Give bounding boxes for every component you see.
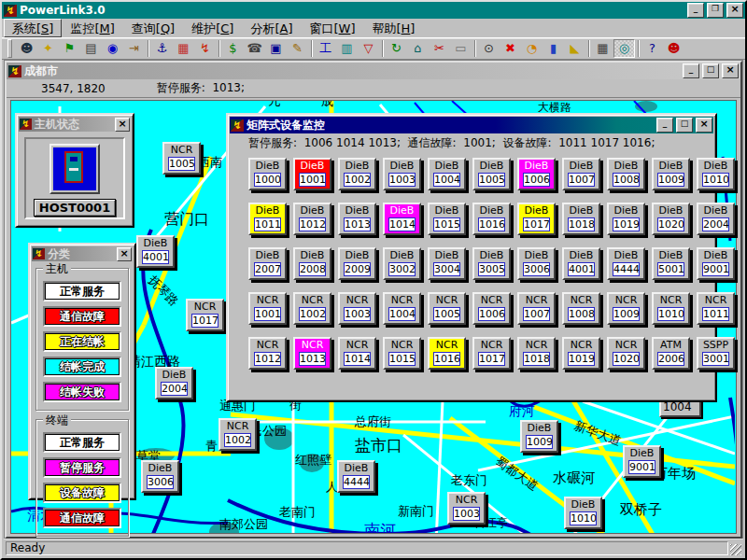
city-close-button[interactable]: × [722,63,739,78]
grid-device-DieB-1008[interactable]: DieB1008 [607,158,645,190]
city-window-title-bar[interactable]: ↯ 成都市 _ □ × [7,63,740,79]
minimize-button[interactable]: _ [687,3,704,18]
eraser-icon[interactable]: ▭ [450,39,472,58]
grid-device-NCR-1018[interactable]: NCR1018 [517,337,556,370]
grid-device-DieB-1019[interactable]: DieB1019 [607,203,645,235]
grid-device-DieB-1007[interactable]: DieB1007 [562,158,600,190]
about-icon[interactable]: ☻ [663,39,684,58]
grid-device-NCR-1014[interactable]: NCR1014 [338,337,376,370]
city-maximize-button[interactable]: □ [702,63,719,78]
grid-device-DieB-1010[interactable]: DieB1010 [697,158,735,190]
grid-device-NCR-1007[interactable]: NCR1007 [517,292,556,325]
pen-icon[interactable]: ✎ [287,39,308,58]
phone-icon[interactable]: ☎ [244,39,265,58]
resize-grip[interactable] [730,544,741,555]
grid-device-NCR-1017[interactable]: NCR1017 [472,337,511,370]
title-bar[interactable]: ↯ PowerLink3.0 _ ❐ × [2,2,745,19]
grid-device-DieB-1005[interactable]: DieB1005 [472,158,511,190]
grid-device-DieB-1017[interactable]: DieB1017 [517,203,556,235]
matrix-minimize-button[interactable]: _ [656,118,673,133]
grid-icon[interactable]: ▦ [173,39,194,58]
grid-device-NCR-1001[interactable]: NCR1001 [248,292,287,325]
close-button[interactable]: × [726,3,743,18]
grid-device-DieB-1012[interactable]: DieB1012 [293,203,331,235]
grid-device-NCR-1015[interactable]: NCR1015 [383,337,421,370]
map-device-DieB-2004[interactable]: DieB2004 [155,367,193,399]
restore-button[interactable]: ❐ [707,3,724,18]
grid-device-DieB-9001[interactable]: DieB9001 [697,247,735,280]
grid-device-NCR-1003[interactable]: NCR1003 [338,292,376,325]
tool-icon[interactable]: 工 [315,39,336,58]
map-device-DieB-1010[interactable]: DieB1010 [564,497,602,529]
operator-icon[interactable]: ☻ [16,39,37,58]
matrix-title-bar[interactable]: ↯ 矩阵式设备监控 _ □ × [230,117,713,133]
grid-device-DieB-1000[interactable]: DieB1000 [248,158,287,190]
grid-device-DieB-3004[interactable]: DieB3004 [428,247,466,280]
grid-device-DieB-1018[interactable]: DieB1018 [562,203,600,235]
grid-device-DieB-1016[interactable]: DieB1016 [472,203,511,235]
map-device-DieB-1009[interactable]: DieB1009 [520,420,558,453]
matrix-close-button[interactable]: × [696,118,712,133]
scissors-icon[interactable]: ✂ [429,39,450,58]
grid-device-DieB-2004[interactable]: DieB2004 [697,203,735,235]
map-device-NCR-1017[interactable]: NCR1017 [186,299,224,331]
grid-device-NCR-1009[interactable]: NCR1009 [607,292,645,325]
menu-item-H[interactable]: 帮助[H] [364,19,424,37]
grid-device-DieB-1004[interactable]: DieB1004 [428,158,466,190]
grid-device-DieB-2007[interactable]: DieB2007 [248,247,287,280]
legend-dialog-title-bar[interactable]: ↯ 分类 × [32,246,133,261]
grid-device-NCR-1008[interactable]: NCR1008 [562,292,600,325]
grid-device-NCR-1012[interactable]: NCR1012 [248,337,287,370]
grid-device-DieB-1003[interactable]: DieB1003 [383,158,421,190]
map-device-NCR-1002[interactable]: NCR1002 [218,418,257,451]
grid-device-DieB-3005[interactable]: DieB3005 [472,247,511,280]
menu-item-A[interactable]: 分析[A] [242,19,301,37]
chart-icon[interactable]: ▥ [336,39,358,58]
grid-device-NCR-1019[interactable]: NCR1019 [562,337,600,370]
map-device-DieB-4444[interactable]: DieB4444 [337,460,375,493]
grid-device-DieB-1020[interactable]: DieB1020 [652,203,690,235]
refresh-icon[interactable]: ↻ [386,39,407,58]
funnel-icon[interactable]: ▽ [358,39,379,58]
pie-icon[interactable]: ◔ [521,39,543,58]
hp-icon[interactable]: ◉ [102,39,123,58]
grid-device-NCR-1010[interactable]: NCR1010 [652,292,690,325]
grid-device-DieB-1014[interactable]: DieB1014 [383,203,421,235]
grid-device-DieB-1002[interactable]: DieB1002 [338,158,376,190]
host-dialog-close-button[interactable]: × [115,118,130,132]
grid-device-DieB-2008[interactable]: DieB2008 [293,247,331,280]
building-icon[interactable]: ▦ [592,39,613,58]
clock-icon[interactable]: ⊙ [478,39,500,58]
grid-device-DieB-1015[interactable]: DieB1015 [428,203,466,235]
grid-device-NCR-1013[interactable]: NCR1013 [293,337,331,370]
printer-icon[interactable]: ▤ [80,39,102,58]
money-icon[interactable]: $ [222,39,244,58]
grid-device-DieB-1013[interactable]: DieB1013 [338,203,376,235]
menu-item-S[interactable]: 系统[S] [4,19,62,37]
delete-icon[interactable]: ✖ [500,39,521,58]
map-device-DieB-4001[interactable]: DieB4001 [136,235,175,268]
toolbar-grip[interactable] [7,39,12,58]
grid-device-DieB-3006[interactable]: DieB3006 [517,247,556,280]
legend-dialog-close-button[interactable]: × [117,247,132,261]
map-device-NCR-1005[interactable]: NCR1005 [162,142,201,175]
grid-device-ATM-2006[interactable]: ATM2006 [652,337,690,370]
map-device-DieB-3006[interactable]: DieB3006 [141,460,179,493]
ship-icon[interactable]: ⚓ [151,39,173,58]
grid-device-DieB-1006[interactable]: DieB1006 [517,158,556,190]
grid-device-DieB-3002[interactable]: DieB3002 [383,247,421,280]
help-icon[interactable]: ? [641,39,663,58]
cascade-icon[interactable]: ▣ [265,39,287,58]
key-icon[interactable]: ✦ [37,39,59,58]
grid-device-NCR-1002[interactable]: NCR1002 [293,292,331,325]
map-device-NCR-1003[interactable]: NCR1003 [447,492,486,525]
menu-item-Q[interactable]: 查询[Q] [123,19,183,37]
city-minimize-button[interactable]: _ [683,63,699,78]
menu-item-W[interactable]: 窗口[W] [301,19,363,37]
grid-device-DieB-1011[interactable]: DieB1011 [248,203,287,235]
barchart-icon[interactable]: ▮ [543,39,564,58]
grid-device-NCR-1011[interactable]: NCR1011 [697,292,735,325]
flag-icon[interactable]: ⚑ [59,39,80,58]
lightning-icon[interactable]: ↯ [194,39,216,58]
grid-device-DieB-5001[interactable]: DieB5001 [652,247,690,280]
